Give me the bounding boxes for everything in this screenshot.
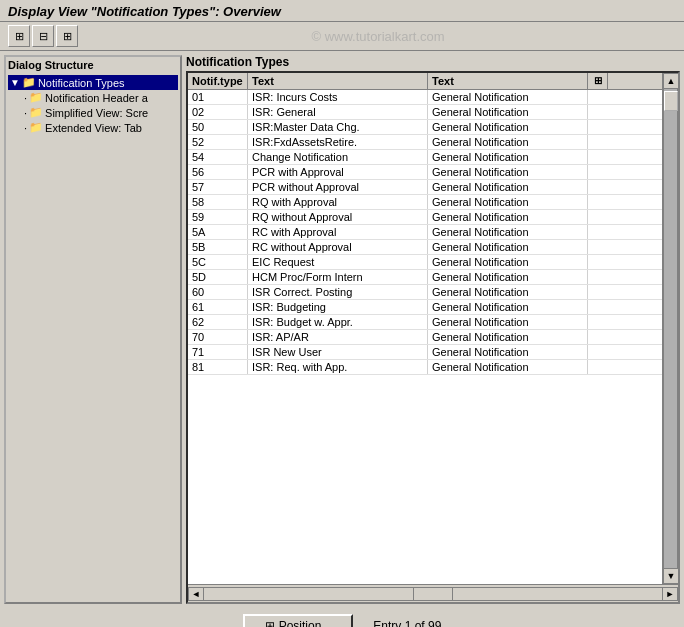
- table-row[interactable]: 60ISR Correct. PostingGeneral Notificati…: [188, 285, 662, 300]
- cell-text2: General Notification: [428, 360, 588, 374]
- horiz-scroll-track[interactable]: [204, 587, 413, 601]
- cell-notif-type: 58: [188, 195, 248, 209]
- scroll-up-btn[interactable]: ▲: [663, 73, 679, 89]
- cell-notif-type: 81: [188, 360, 248, 374]
- cell-notif-type: 62: [188, 315, 248, 329]
- cell-text2: General Notification: [428, 150, 588, 164]
- table-body: 01ISR: Incurs CostsGeneral Notification0…: [188, 90, 662, 579]
- table-row[interactable]: 59RQ without ApprovalGeneral Notificatio…: [188, 210, 662, 225]
- table-row[interactable]: 5ARC with ApprovalGeneral Notification: [188, 225, 662, 240]
- col-header-text1: Text: [248, 73, 428, 89]
- cell-notif-type: 61: [188, 300, 248, 314]
- horiz-thumb[interactable]: [413, 587, 453, 601]
- watermark: © www.tutorialkart.com: [80, 29, 676, 44]
- cell-text2: General Notification: [428, 255, 588, 269]
- table-row[interactable]: 58RQ with ApprovalGeneral Notification: [188, 195, 662, 210]
- cell-notif-type: 5C: [188, 255, 248, 269]
- table-row[interactable]: 81ISR: Req. with App.General Notificatio…: [188, 360, 662, 375]
- cell-text2: General Notification: [428, 90, 588, 104]
- cell-text1: ISR:FxdAssetsRetire.: [248, 135, 428, 149]
- table-row[interactable]: 56PCR with ApprovalGeneral Notification: [188, 165, 662, 180]
- arrow-icon: ▼: [10, 77, 20, 88]
- cell-text1: ISR Correct. Posting: [248, 285, 428, 299]
- cell-notif-type: 54: [188, 150, 248, 164]
- cell-text2: General Notification: [428, 225, 588, 239]
- sidebar-item-notification-types[interactable]: ▼ 📁 Notification Types: [8, 75, 178, 90]
- horiz-scroll-track2[interactable]: [453, 587, 662, 601]
- table-row[interactable]: 71ISR New UserGeneral Notification: [188, 345, 662, 360]
- toolbar-btn-1[interactable]: ⊞: [8, 25, 30, 47]
- cell-notif-type: 71: [188, 345, 248, 359]
- cell-text1: ISR New User: [248, 345, 428, 359]
- table-row[interactable]: 52ISR:FxdAssetsRetire.General Notificati…: [188, 135, 662, 150]
- position-btn-label: Position...: [279, 619, 332, 627]
- cell-notif-type: 52: [188, 135, 248, 149]
- cell-text2: General Notification: [428, 345, 588, 359]
- cell-notif-type: 5D: [188, 270, 248, 284]
- table-row[interactable]: 50ISR:Master Data Chg.General Notificati…: [188, 120, 662, 135]
- position-btn-icon: ⊞: [265, 619, 275, 627]
- cell-text1: ISR: Incurs Costs: [248, 90, 428, 104]
- cell-text1: PCR with Approval: [248, 165, 428, 179]
- table-row[interactable]: 54Change NotificationGeneral Notificatio…: [188, 150, 662, 165]
- sidebar-item-notification-header[interactable]: · 📁 Notification Header a: [8, 90, 178, 105]
- vertical-scrollbar[interactable]: ▲ ▼: [662, 73, 678, 584]
- horizontal-scrollbar[interactable]: ◄ ►: [188, 584, 678, 603]
- folder-icon-4: 📁: [29, 121, 43, 134]
- cell-text2: General Notification: [428, 180, 588, 194]
- table-row[interactable]: 61ISR: BudgetingGeneral Notification: [188, 300, 662, 315]
- sidebar-item-label-3: Simplified View: Scre: [45, 107, 148, 119]
- cell-text1: RQ without Approval: [248, 210, 428, 224]
- dialog-structure-panel: Dialog Structure ▼ 📁 Notification Types …: [4, 55, 182, 604]
- cell-text2: General Notification: [428, 300, 588, 314]
- folder-icon-3: 📁: [29, 106, 43, 119]
- toolbar: ⊞ ⊟ ⊞ © www.tutorialkart.com: [0, 22, 684, 51]
- panel-title: Notification Types: [186, 55, 680, 69]
- scroll-right-btn[interactable]: ►: [662, 587, 678, 601]
- table-row[interactable]: 70ISR: AP/ARGeneral Notification: [188, 330, 662, 345]
- table-row[interactable]: 57PCR without ApprovalGeneral Notificati…: [188, 180, 662, 195]
- toolbar-btn-3[interactable]: ⊞: [56, 25, 78, 47]
- cell-notif-type: 57: [188, 180, 248, 194]
- toolbar-btn-2[interactable]: ⊟: [32, 25, 54, 47]
- scroll-left-btn[interactable]: ◄: [188, 587, 204, 601]
- cell-text2: General Notification: [428, 240, 588, 254]
- folder-icon: 📁: [22, 76, 36, 89]
- cell-text2: General Notification: [428, 165, 588, 179]
- dialog-structure-title: Dialog Structure: [8, 59, 178, 71]
- sidebar-item-label-2: Notification Header a: [45, 92, 148, 104]
- cell-text1: RQ with Approval: [248, 195, 428, 209]
- cell-text1: RC without Approval: [248, 240, 428, 254]
- cell-text1: EIC Request: [248, 255, 428, 269]
- table-row[interactable]: 02ISR: GeneralGeneral Notification: [188, 105, 662, 120]
- bottom-area: ⊞ Position... Entry 1 of 99: [0, 608, 684, 627]
- cell-text2: General Notification: [428, 285, 588, 299]
- table-row[interactable]: 5BRC without ApprovalGeneral Notificatio…: [188, 240, 662, 255]
- cell-notif-type: 5A: [188, 225, 248, 239]
- cell-text1: ISR: Budgeting: [248, 300, 428, 314]
- cell-notif-type: 02: [188, 105, 248, 119]
- sidebar-item-extended-view[interactable]: · 📁 Extended View: Tab: [8, 120, 178, 135]
- table-row[interactable]: 5DHCM Proc/Form InternGeneral Notificati…: [188, 270, 662, 285]
- table-row[interactable]: 62ISR: Budget w. Appr.General Notificati…: [188, 315, 662, 330]
- cell-notif-type: 01: [188, 90, 248, 104]
- table-row[interactable]: 5CEIC RequestGeneral Notification: [188, 255, 662, 270]
- scroll-thumb[interactable]: [664, 91, 678, 111]
- cell-text1: ISR:Master Data Chg.: [248, 120, 428, 134]
- cell-text2: General Notification: [428, 105, 588, 119]
- position-button[interactable]: ⊞ Position...: [243, 614, 354, 627]
- folder-icon-2: 📁: [29, 91, 43, 104]
- bullet-icon: ·: [24, 92, 27, 104]
- sidebar-item-simplified-view[interactable]: · 📁 Simplified View: Scre: [8, 105, 178, 120]
- cell-notif-type: 50: [188, 120, 248, 134]
- cell-text1: HCM Proc/Form Intern: [248, 270, 428, 284]
- cell-text1: ISR: AP/AR: [248, 330, 428, 344]
- table-header: Notif.type Text Text ⊞: [188, 73, 662, 90]
- right-panel: Notification Types Notif.type Text Text …: [186, 55, 680, 604]
- table-row[interactable]: 01ISR: Incurs CostsGeneral Notification: [188, 90, 662, 105]
- scroll-track[interactable]: [663, 89, 678, 568]
- scroll-down-btn[interactable]: ▼: [663, 568, 679, 584]
- cell-notif-type: 70: [188, 330, 248, 344]
- col-settings-icon[interactable]: ⊞: [588, 73, 608, 89]
- sidebar-item-label-4: Extended View: Tab: [45, 122, 142, 134]
